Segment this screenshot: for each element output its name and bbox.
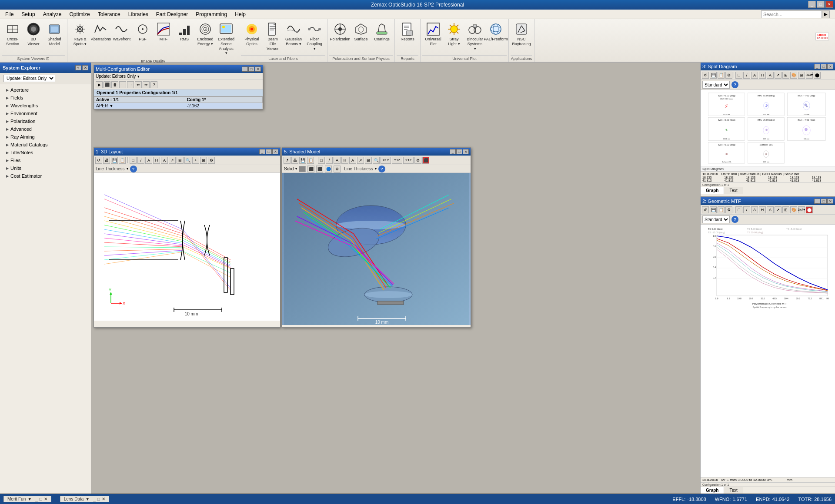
layout-line[interactable]: / <box>137 157 144 164</box>
sidebar-item-wavelengths[interactable]: ▶ Wavelengths <box>0 102 91 109</box>
shaded-save[interactable]: 💾 <box>299 157 306 164</box>
merit-fun-min[interactable]: _ <box>35 497 38 501</box>
layout-settings[interactable]: ⚙ <box>208 157 215 164</box>
shaded-zoom-fit[interactable]: ⊞ <box>365 157 372 164</box>
layout-restore[interactable]: □ <box>266 149 272 154</box>
spot-tb-A2[interactable]: A <box>767 72 774 79</box>
spot-tb-save[interactable]: 💾 <box>710 72 717 79</box>
surface-button[interactable]: Surface <box>351 21 371 51</box>
search-button[interactable]: ▶ <box>822 10 830 18</box>
spot-tb-dot[interactable]: ⬤ <box>814 72 821 79</box>
lens-data-close[interactable]: ✕ <box>102 497 105 501</box>
mtf-tab-graph[interactable]: Graph <box>701 487 724 494</box>
shaded-line[interactable]: / <box>326 157 333 164</box>
sidebar-item-units[interactable]: ▶ Units <box>0 164 91 172</box>
mtf-tb-dot[interactable]: ⬤ <box>806 206 813 213</box>
config-close-btn[interactable]: ✕ <box>255 66 261 72</box>
spot-tb-grid[interactable]: ⊞ <box>798 72 805 79</box>
mtf-tb-color[interactable]: 🎨 <box>790 206 797 213</box>
shaded-close[interactable]: ✕ <box>463 149 469 154</box>
lens-data-min[interactable]: _ <box>93 497 96 501</box>
menu-part-designer[interactable]: Part Designer <box>153 10 191 18</box>
shaded-minimize[interactable]: _ <box>450 149 456 154</box>
layout-text-a2[interactable]: A <box>161 157 168 164</box>
maximize-button[interactable]: □ <box>817 1 825 8</box>
menu-tolerance[interactable]: Tolerance <box>94 10 124 18</box>
shaded-thickness-arrow[interactable]: ▾ <box>375 167 377 171</box>
layout-text-h[interactable]: H <box>153 157 160 164</box>
sidebar-item-advanced[interactable]: ▶ Advanced <box>0 125 91 133</box>
enclosed-energy-button[interactable]: EnclosedEnergy ▾ <box>195 21 215 51</box>
mtf-standard-select[interactable]: Standard <box>702 216 730 223</box>
shaded-copy[interactable]: 📋 <box>307 157 314 164</box>
minimize-button[interactable]: _ <box>808 1 816 8</box>
shaded-red[interactable]: ⬛ <box>422 157 429 164</box>
layout-text-a[interactable]: A <box>145 157 152 164</box>
binocular-button[interactable]: BinocularSystems ▾ <box>465 21 485 52</box>
3d-viewer-button[interactable]: 3DViewer <box>23 21 43 51</box>
sidebar-item-cost-estimator[interactable]: ▶ Cost Estimator <box>0 172 91 180</box>
mtf-help-btn[interactable]: ? <box>731 216 738 223</box>
shaded-print[interactable]: 🖶 <box>291 157 298 164</box>
mtf-tb-A2[interactable]: A <box>767 206 774 213</box>
spot-tb-rect[interactable]: □ <box>735 72 742 79</box>
config-value[interactable]: -2.162 <box>185 103 262 109</box>
menu-setup[interactable]: Setup <box>18 10 38 18</box>
shaded-icon2[interactable]: ⬛ <box>316 166 323 172</box>
spot-tab-graph[interactable]: Graph <box>701 187 724 194</box>
mtf-close[interactable]: ✕ <box>827 199 833 204</box>
rays-spots-button[interactable]: Rays &Spots ▾ <box>70 21 90 51</box>
sidebar-item-material-catalogs[interactable]: ▶ Material Catalogs <box>0 141 91 149</box>
sidebar-item-polarization[interactable]: ▶ Polarization <box>0 117 91 125</box>
config-tb-arrow-right[interactable]: → <box>127 81 134 88</box>
mtf-tb-update[interactable]: ↺ <box>702 206 709 213</box>
mtf-tb-rect[interactable]: □ <box>735 206 742 213</box>
polarization-button[interactable]: Polarization <box>330 21 350 51</box>
psf-button[interactable]: PSF <box>133 21 153 51</box>
layout-update[interactable]: ↺ <box>95 157 102 164</box>
shaded-restore[interactable]: □ <box>456 149 462 154</box>
config-tb-delete[interactable]: 🗑 <box>111 81 118 88</box>
spot-tb-text[interactable]: A <box>751 72 758 79</box>
shaded-icon1[interactable]: ⬛ <box>307 166 314 172</box>
universal-plot-button[interactable]: UniversalPlot <box>423 21 443 51</box>
system-viewers-expand[interactable]: ⊡ <box>46 56 50 61</box>
physical-optics-button[interactable]: PhysicalOptics <box>242 21 262 51</box>
coatings-button[interactable]: Coatings <box>372 21 392 51</box>
merit-fun-close[interactable]: ✕ <box>44 497 47 501</box>
mtf-tb-cfg[interactable]: 3x4▾ <box>798 206 805 213</box>
shaded-icon3[interactable]: 🔵 <box>325 166 332 172</box>
layout-grid[interactable]: ⊞ <box>200 157 207 164</box>
solid-dropdown[interactable]: ▾ <box>295 167 297 171</box>
mtf-tb-zoom[interactable]: ⊞ <box>782 206 789 213</box>
merit-fun-tab[interactable]: Merit Fun ▼ _ □ ✕ <box>3 496 51 502</box>
spot-tb-h[interactable]: H <box>759 72 766 79</box>
layout-rect[interactable]: □ <box>130 157 137 164</box>
sidebar-item-aperture[interactable]: ▶ Aperture <box>0 86 91 94</box>
mtf-tb-save[interactable]: 💾 <box>710 206 717 213</box>
gaussian-beams-button[interactable]: GaussianBeams ▾ <box>284 21 304 51</box>
layout-crosshair[interactable]: + <box>192 157 199 164</box>
mtf-tb-text[interactable]: A <box>751 206 758 213</box>
sidebar-item-environment[interactable]: ▶ Environment <box>0 109 91 117</box>
shaded-yz[interactable]: Y1Z <box>392 157 402 164</box>
config-tb-arrow-left[interactable]: ← <box>119 81 126 88</box>
shaded-icon4[interactable]: ⚙ <box>334 166 341 172</box>
layout-save[interactable]: 💾 <box>111 157 118 164</box>
merit-fun-dropdown[interactable]: ▼ <box>27 497 32 501</box>
close-button[interactable]: ✕ <box>825 1 833 8</box>
mtf-tb-arrow[interactable]: ↗ <box>775 206 782 213</box>
wavefront-button[interactable]: Wavefront <box>112 21 132 51</box>
sidebar-close[interactable]: ✕ <box>82 65 88 70</box>
layout-zoom-in[interactable]: 🔍 <box>184 157 191 164</box>
sidebar-item-files[interactable]: ▶ Files <box>0 156 91 164</box>
shaded-xiz[interactable]: X1Z <box>403 157 414 164</box>
config-minimize-btn[interactable]: _ <box>242 66 248 72</box>
reports-button[interactable]: Reports <box>397 21 418 51</box>
sidebar-item-title-notes[interactable]: ▶ Title/Notes <box>0 149 91 156</box>
sidebar-item-ray-aiming[interactable]: ▶ Ray Aiming <box>0 133 91 141</box>
menu-optimize[interactable]: Optimize <box>66 10 93 18</box>
mtf-minimize[interactable]: _ <box>814 199 820 204</box>
mtf-tb-copy[interactable]: 📋 <box>718 206 725 213</box>
shaded-arrow[interactable]: ↗ <box>357 157 364 164</box>
